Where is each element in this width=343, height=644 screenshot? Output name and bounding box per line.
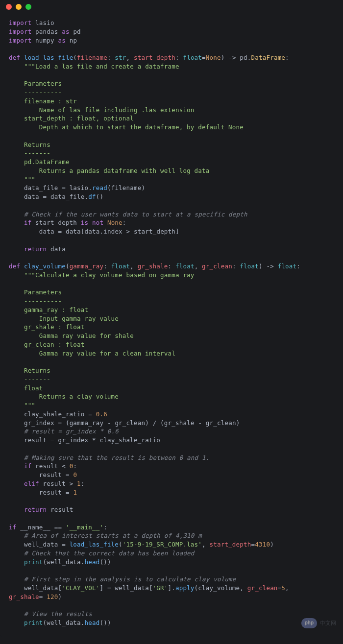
alias: pd xyxy=(73,28,80,35)
variable: result xyxy=(50,506,73,513)
string: 'GR' xyxy=(153,584,168,592)
variable: data xyxy=(66,228,81,235)
keyword: if xyxy=(24,462,31,470)
variable: result xyxy=(39,471,62,478)
docstring: ---------- xyxy=(9,89,62,96)
docstring: filename : str xyxy=(9,97,77,105)
number: 5 xyxy=(281,584,285,592)
comment: # Area of interest starts at a depth of … xyxy=(24,532,202,539)
keyword: is not xyxy=(81,219,103,226)
module: pandas xyxy=(35,28,58,35)
keyword: if xyxy=(9,524,16,531)
method: head xyxy=(85,558,100,566)
keyword: if xyxy=(24,219,31,226)
docstring: Parameters xyxy=(9,288,62,296)
string: '__main__' xyxy=(66,524,103,531)
keyword: as xyxy=(58,37,65,44)
alias: np xyxy=(70,37,77,44)
kwarg: start_depth xyxy=(210,541,251,548)
docstring: gr_shale : float xyxy=(9,323,85,331)
function-ref: clay_volume xyxy=(198,584,240,592)
none: None xyxy=(206,54,221,61)
type: float xyxy=(183,54,202,61)
variable: well_data xyxy=(47,619,81,626)
variable: data_file xyxy=(24,184,58,191)
module: numpy xyxy=(35,37,54,44)
variable: gr_index xyxy=(24,419,54,427)
param: gamma_ray xyxy=(70,262,104,270)
docstring: Gamma ray value for a clean interval xyxy=(9,350,175,357)
variable: result xyxy=(35,462,58,470)
window-titlebar xyxy=(0,0,343,14)
variable: well_data xyxy=(24,541,58,548)
kwarg: gr_shale xyxy=(9,593,39,600)
docstring: start_depth : float, optional xyxy=(9,115,134,122)
method: apply xyxy=(175,584,195,592)
variable: gr_clean xyxy=(206,419,236,427)
minimize-icon[interactable] xyxy=(16,4,22,10)
keyword: as xyxy=(62,28,69,35)
method: read xyxy=(92,184,107,191)
variable: well_data xyxy=(24,584,58,592)
docstring: ------- xyxy=(9,149,50,157)
variable: result xyxy=(39,489,62,496)
kwarg: gr_clean xyxy=(247,584,278,592)
maximize-icon[interactable] xyxy=(25,4,31,10)
docstring: """ xyxy=(9,176,35,183)
param: start_depth xyxy=(134,54,175,61)
keyword: import xyxy=(9,37,31,44)
variable: gr_clean xyxy=(115,419,145,427)
return-type: DataFrame xyxy=(251,54,286,61)
number: 0.6 xyxy=(96,410,107,418)
function-name: clay_volume xyxy=(24,262,66,270)
param: gr_shale xyxy=(138,262,168,270)
builtin: print xyxy=(24,558,43,566)
type: float xyxy=(240,262,259,270)
string: 'CLAY_VOL' xyxy=(62,584,99,592)
number: 4310 xyxy=(255,541,270,548)
docstring: Returns xyxy=(9,367,50,374)
docstring: float xyxy=(9,384,43,392)
keyword: return xyxy=(24,245,47,253)
comment: # View the results xyxy=(24,610,92,618)
comment: # result = gr_index * 0.6 xyxy=(24,428,119,435)
close-icon[interactable] xyxy=(6,4,12,10)
keyword: import xyxy=(9,28,31,35)
docstring: ---------- xyxy=(9,297,62,305)
docstring: """ xyxy=(9,402,35,409)
function-call: load_las_file xyxy=(70,541,119,548)
variable: clay_shale_ratio xyxy=(24,410,85,418)
keyword: def xyxy=(9,54,20,61)
watermark: php 中文网 xyxy=(301,618,336,628)
return-type: pd xyxy=(240,54,247,61)
dunder: __name__ xyxy=(20,524,50,531)
type: float xyxy=(278,262,297,270)
variable: result xyxy=(43,480,66,487)
variable: gr_shale xyxy=(164,419,195,427)
php-badge-icon: php xyxy=(301,618,317,628)
keyword: return xyxy=(24,506,47,513)
builtin: print xyxy=(24,619,43,626)
number: 0 xyxy=(73,471,77,478)
docstring: ------- xyxy=(9,376,50,383)
module: lasio xyxy=(70,184,89,191)
type: str xyxy=(115,54,126,61)
docstring: """Load a las file and create a datafram… xyxy=(24,63,179,70)
docstring: Returns a pandas dataframe with well log… xyxy=(9,167,209,174)
docstring: gr_clean : float xyxy=(9,341,85,348)
docstring: Returns a clay volume xyxy=(9,393,119,400)
docstring: Input gamma ray value xyxy=(9,315,119,322)
method: head xyxy=(85,619,100,626)
docstring: Parameters xyxy=(9,80,62,87)
param: filename xyxy=(77,54,107,61)
variable: well_data xyxy=(115,584,149,592)
keyword: def xyxy=(9,262,20,270)
variable: data xyxy=(50,245,66,253)
variable: start_depth xyxy=(134,228,175,235)
docstring: Depth at which to start the dataframe, b… xyxy=(9,123,244,131)
variable: clay_shale_ratio xyxy=(99,436,160,444)
source: data_file xyxy=(50,193,85,200)
comment: # Check if the user wants data to start … xyxy=(24,211,247,218)
variable: well_data xyxy=(47,558,81,566)
type: float xyxy=(175,262,195,270)
